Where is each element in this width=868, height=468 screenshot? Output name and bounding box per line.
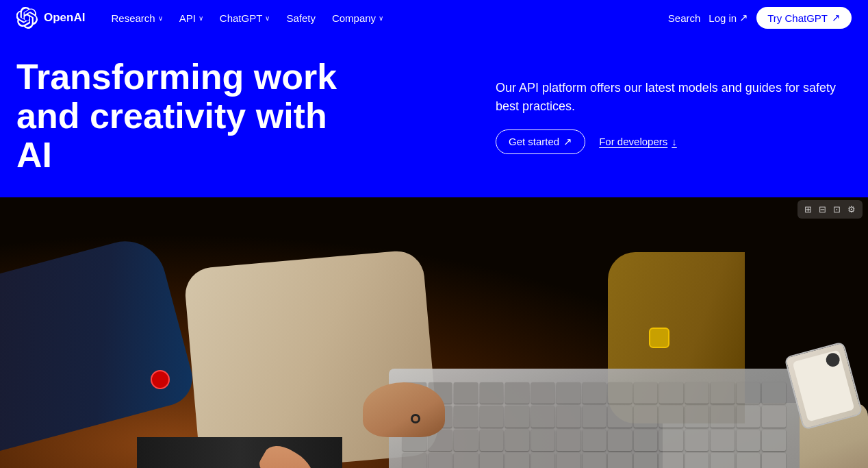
try-chatgpt-button[interactable]: Try ChatGPT ↗ [756,7,852,29]
brand-name: OpenAI [44,11,85,25]
nav-right: Search Log in ↗ Try ChatGPT ↗ [668,7,852,29]
navbar: OpenAI Research ∨ API ∨ ChatGPT ∨ Safety… [0,0,868,36]
logo[interactable]: OpenAI [16,7,85,29]
chevron-down-icon: ∨ [199,14,203,22]
ring-decor [411,414,420,423]
keyboard-decor [403,382,786,468]
nav-company[interactable]: Company ∨ [325,8,390,28]
nav-chatgpt[interactable]: ChatGPT ∨ [213,8,277,28]
get-started-button[interactable]: Get started ↗ [496,130,585,154]
hero-image [0,197,868,468]
nav-api[interactable]: API ∨ [173,8,210,28]
person-bottom-decor [137,437,342,468]
nav-safety[interactable]: Safety [279,8,322,28]
image-section: ⊞ ⊟ ⊡ ⚙ [0,197,868,468]
for-developers-button[interactable]: For developers ↓ [599,136,677,147]
toolbar-btn-2[interactable]: ⊟ [816,203,829,216]
toolbar-btn-1[interactable]: ⊞ [802,203,815,216]
phone-screen-decor [793,349,855,421]
hand-trackpad-decor [363,382,445,437]
chevron-down-icon: ∨ [379,14,383,22]
openai-logo-icon [16,7,38,29]
chevron-down-icon: ∨ [158,14,163,22]
nav-links: Research ∨ API ∨ ChatGPT ∨ Safety Compan… [104,8,667,28]
toolbar-btn-4[interactable]: ⚙ [845,203,858,216]
hero-right: Our API platform offers our latest model… [496,79,852,154]
arrow-icon: ↗ [832,12,841,24]
laptop-decor [389,369,800,468]
hero-section: Transforming work and creativity with AI… [0,36,868,197]
arrow-down-icon: ↓ [672,136,677,147]
watch-right-decor [649,328,669,348]
hero-left: Transforming work and creativity with AI [16,58,468,175]
watch-left-decor [151,370,170,389]
search-button[interactable]: Search [668,12,701,24]
chevron-down-icon: ∨ [265,14,270,22]
image-toolbar: ⊞ ⊟ ⊡ ⚙ [797,200,863,219]
hero-buttons: Get started ↗ For developers ↓ [496,130,852,154]
arrow-icon: ↗ [563,136,572,148]
nav-research[interactable]: Research ∨ [104,8,169,28]
hero-title: Transforming work and creativity with AI [16,58,345,175]
hero-description: Our API platform offers our latest model… [496,79,852,116]
toolbar-btn-3[interactable]: ⊡ [830,203,843,216]
login-link[interactable]: Log in ↗ [709,12,748,24]
arrow-icon: ↗ [739,12,748,24]
